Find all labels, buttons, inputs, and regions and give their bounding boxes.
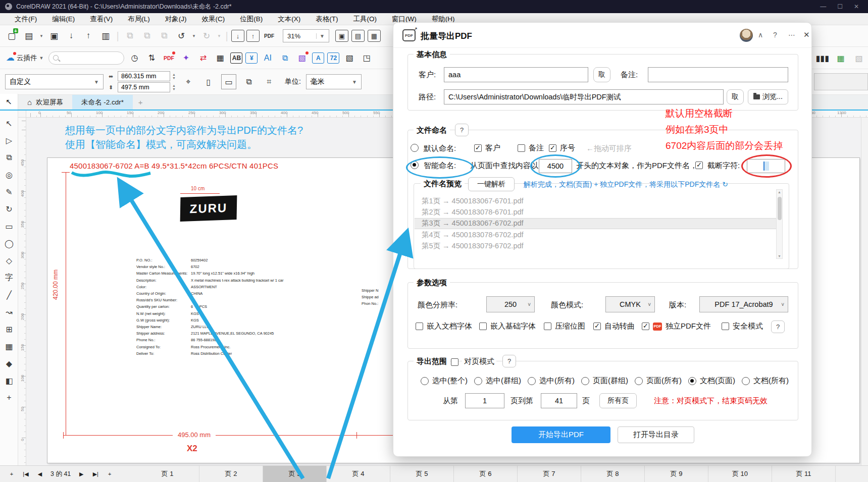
clipped-icon[interactable]: ▧ bbox=[852, 51, 866, 65]
print-icon[interactable]: ▥ bbox=[98, 28, 113, 43]
freehand-tool-icon[interactable]: ✎ bbox=[0, 183, 18, 200]
ab-convert-plugin-icon[interactable]: AB bbox=[230, 52, 242, 64]
default-naming-radio[interactable] bbox=[411, 144, 419, 152]
new-tab-button[interactable]: + bbox=[133, 95, 148, 110]
params-help-button[interactable]: ? bbox=[771, 320, 785, 333]
image-plugin-icon[interactable]: ▦ bbox=[213, 51, 227, 65]
last-page-button[interactable]: ▶| bbox=[89, 467, 102, 480]
fill-tool-icon[interactable]: ◧ bbox=[0, 372, 18, 389]
close-icon[interactable]: ✕ bbox=[803, 30, 810, 39]
all-pages-layout-icon[interactable]: ⧉ bbox=[241, 74, 257, 89]
preview-scrollbar[interactable]: ▲ ▼ bbox=[776, 189, 783, 259]
page-preset-combo[interactable]: 自定义 ▼ bbox=[5, 74, 104, 89]
page-tab[interactable]: 页 1 bbox=[136, 466, 199, 482]
menu-item[interactable]: 效果(C) bbox=[194, 13, 233, 25]
avatar[interactable] bbox=[740, 29, 753, 42]
open-export-dir-button[interactable]: 打开导出目录 bbox=[618, 426, 694, 443]
serial-checkbox[interactable]: PDF 序号 bbox=[549, 143, 575, 153]
page-tab[interactable]: 页 3 bbox=[263, 466, 327, 482]
nudge-icon[interactable]: ⌖ bbox=[181, 74, 196, 89]
auto-curve-checkbox[interactable]: PDF 自动转曲 bbox=[593, 322, 635, 331]
swap-text-plugin-icon[interactable]: ⇄ bbox=[196, 51, 210, 65]
menu-item[interactable]: 查看(V) bbox=[82, 13, 120, 25]
preview-row[interactable]: 第1页 → 4500183067-6701.pdf bbox=[415, 195, 776, 206]
embed-base-font-checkbox[interactable]: PDF 嵌入基础字体 bbox=[479, 322, 536, 331]
tab-welcome[interactable]: ⌂ 欢迎屏幕 bbox=[18, 95, 72, 110]
spinner-icon[interactable]: ▲▼ bbox=[172, 84, 176, 91]
pick-tool-icon[interactable]: ↖ bbox=[0, 94, 18, 110]
menu-item[interactable]: 文件(F) bbox=[7, 13, 44, 25]
vertical-scrollbar[interactable] bbox=[861, 118, 868, 465]
image-add-plugin-icon[interactable]: ▧ bbox=[342, 51, 356, 65]
dimension-tool-icon[interactable]: ⊞ bbox=[0, 320, 18, 338]
radio-selected-group[interactable]: 选中(群组) bbox=[474, 376, 521, 386]
minimize-icon[interactable]: — bbox=[820, 3, 826, 10]
ai-plugin-icon[interactable]: AI bbox=[261, 51, 275, 65]
menu-item[interactable]: 布局(L) bbox=[120, 13, 158, 25]
search-prefix-input[interactable]: 4500 bbox=[539, 159, 572, 173]
more-icon[interactable]: ⋯ bbox=[788, 31, 795, 39]
remark-checkbox[interactable]: PDF 备注 bbox=[518, 143, 544, 153]
page-width-input[interactable]: 860.315 mm bbox=[118, 71, 170, 81]
scroll-up-icon[interactable]: ▲ bbox=[777, 190, 782, 194]
crop-tool-icon[interactable]: ⧉ bbox=[0, 149, 18, 166]
export-doc-icon[interactable]: ↑ bbox=[246, 30, 260, 42]
landscape-icon[interactable]: ▭ bbox=[221, 74, 236, 89]
client-checkbox[interactable]: PDF 客户 bbox=[474, 143, 500, 153]
table-icon[interactable]: ▦ bbox=[834, 51, 848, 65]
page-tab[interactable]: 页 11 bbox=[772, 466, 836, 482]
grid-icon[interactable]: ▦ bbox=[368, 30, 381, 42]
copy-icon[interactable]: ⧉ bbox=[139, 28, 155, 43]
redo-dropdown-icon[interactable]: ▾ bbox=[216, 28, 222, 43]
menu-item[interactable]: 表格(T) bbox=[308, 13, 345, 25]
spinner-icon[interactable]: ▲▼ bbox=[172, 73, 176, 80]
radio-selected-all[interactable]: 选中(所有) bbox=[528, 376, 575, 386]
zoom-tool-icon[interactable]: ◎ bbox=[0, 166, 18, 183]
all-pages-button[interactable]: 所有页 bbox=[599, 393, 637, 408]
parse-button[interactable]: 一键解析 bbox=[468, 177, 515, 191]
ellipse-tool-icon[interactable]: ◯ bbox=[0, 235, 18, 252]
menu-item[interactable]: 文本(X) bbox=[270, 13, 308, 25]
redo-icon[interactable]: ↻ bbox=[199, 28, 214, 43]
help-icon[interactable]: ? bbox=[773, 31, 777, 39]
menu-item[interactable]: 对象(J) bbox=[158, 13, 194, 25]
colormode-select[interactable]: CMYK˅ bbox=[605, 296, 655, 312]
import-icon[interactable]: ↓ bbox=[64, 28, 79, 43]
separator[interactable]: | bbox=[224, 28, 229, 43]
fullscreen-icon[interactable]: ▣ bbox=[335, 30, 348, 42]
radio-doc-pages[interactable]: 文档(页面) bbox=[688, 376, 735, 386]
line-tool-icon[interactable]: ╱ bbox=[0, 286, 18, 303]
portrait-icon[interactable]: ▯ bbox=[201, 74, 216, 89]
zoom-level-combo[interactable]: 31% ▼ bbox=[283, 29, 329, 42]
menu-item[interactable]: 位图(B) bbox=[232, 13, 270, 25]
start-export-button[interactable]: 开始导出PDF bbox=[512, 426, 610, 443]
embed-doc-font-checkbox[interactable]: PDF 嵌入文档字体 bbox=[416, 322, 472, 331]
from-page-input[interactable]: 1 bbox=[465, 393, 504, 408]
sort-icon[interactable]: ⇅ bbox=[144, 51, 159, 65]
page-tab[interactable]: 页 2 bbox=[199, 466, 263, 482]
prev-page-button[interactable]: ◀ bbox=[33, 467, 46, 480]
publish-pdf-icon[interactable]: PDF bbox=[262, 28, 277, 43]
cut-icon[interactable]: ⧉ bbox=[122, 28, 137, 43]
facing-pages-checkbox[interactable] bbox=[451, 358, 458, 366]
history-icon[interactable]: ◷ bbox=[127, 51, 141, 65]
page-tab[interactable]: 页 6 bbox=[454, 466, 518, 482]
page-tab[interactable]: 页 5 bbox=[390, 466, 454, 482]
open-dropdown-icon[interactable]: ▾ bbox=[38, 28, 44, 43]
import-doc-icon[interactable]: ↓ bbox=[231, 30, 244, 42]
transparency-tool-icon[interactable]: ▦ bbox=[0, 338, 18, 355]
path-input[interactable]: C:\Users\Administrator\Downloads\临时导出PDF… bbox=[444, 89, 724, 104]
client-input[interactable]: aaa bbox=[444, 67, 588, 82]
radio-selected-whole[interactable]: 选中(整个) bbox=[421, 376, 468, 386]
smart-naming-radio[interactable] bbox=[411, 161, 419, 169]
menu-item[interactable]: 工具(O) bbox=[346, 13, 385, 25]
fetch-client-button[interactable]: 取 bbox=[593, 67, 610, 82]
collapse-icon[interactable]: ∧ bbox=[758, 31, 763, 39]
frame-plugin-icon[interactable]: ◳ bbox=[360, 51, 374, 65]
shape-tool-icon[interactable]: ▷ bbox=[0, 132, 18, 149]
remark-input[interactable] bbox=[648, 67, 788, 82]
tab-document[interactable]: 未命名 -2.cdr* bbox=[72, 95, 133, 110]
open-icon[interactable]: ▤ bbox=[21, 28, 36, 43]
truncate-checkbox[interactable] bbox=[695, 162, 703, 169]
next-page-button[interactable]: ▶ bbox=[75, 467, 88, 480]
